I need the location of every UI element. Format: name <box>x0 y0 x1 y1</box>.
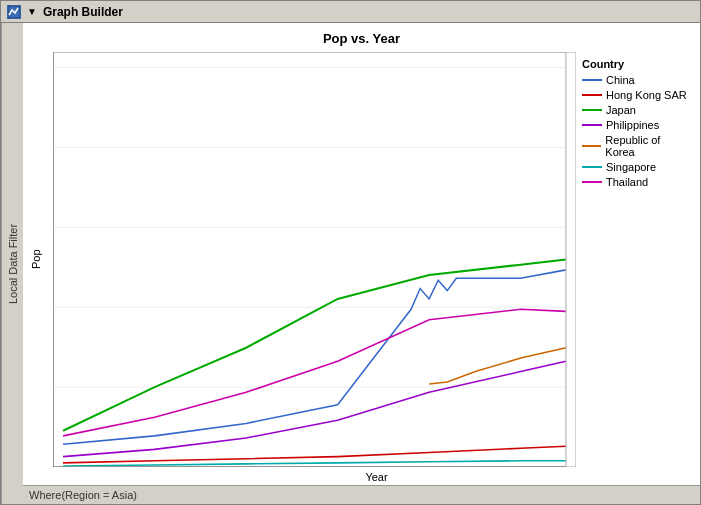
legend-item-philippines: Philippines <box>582 119 690 131</box>
legend-label-hongkong: Hong Kong SAR <box>606 89 687 101</box>
legend-item-korea: Republic of Korea <box>582 134 690 158</box>
legend-label-philippines: Philippines <box>606 119 659 131</box>
legend-label-singapore: Singapore <box>606 161 656 173</box>
y-axis-label: Pop <box>23 52 53 467</box>
chart-title: Pop vs. Year <box>23 23 700 48</box>
legend-item-singapore: Singapore <box>582 161 690 173</box>
content-area: Local Data Filter Pop vs. Year Pop <box>1 23 700 504</box>
legend-item-thailand: Thailand <box>582 176 690 188</box>
japan-line-icon <box>582 109 602 111</box>
titlebar-arrow: ▼ <box>27 6 37 17</box>
local-data-filter-tab[interactable]: Local Data Filter <box>1 23 23 504</box>
titlebar: ▼ Graph Builder <box>1 1 700 23</box>
legend-label-korea: Republic of Korea <box>605 134 690 158</box>
legend-label-japan: Japan <box>606 104 636 116</box>
main-panel: Pop vs. Year Pop <box>23 23 700 504</box>
window-icon <box>7 5 21 19</box>
philippines-line-icon <box>582 124 602 126</box>
legend-label-china: China <box>606 74 635 86</box>
legend-title: Country <box>582 58 690 70</box>
chart-and-legend: 0 50000000 100000000 150000000 200000000… <box>53 52 696 467</box>
chart-area: Pop <box>23 48 700 471</box>
legend: Country China Hong Kong SAR Japan <box>576 52 696 467</box>
legend-item-china: China <box>582 74 690 86</box>
titlebar-title: Graph Builder <box>43 5 123 19</box>
singapore-line-icon <box>582 166 602 168</box>
korea-line-icon <box>582 145 601 147</box>
main-window: ▼ Graph Builder Local Data Filter Pop vs… <box>0 0 701 505</box>
chart-container: 0 50000000 100000000 150000000 200000000… <box>53 52 576 467</box>
x-axis-label: Year <box>53 471 700 485</box>
hongkong-line-icon <box>582 94 602 96</box>
svg-rect-1 <box>53 52 576 467</box>
legend-item-japan: Japan <box>582 104 690 116</box>
china-line-icon <box>582 79 602 81</box>
chart-svg: 0 50000000 100000000 150000000 200000000… <box>53 52 576 467</box>
legend-item-hongkong: Hong Kong SAR <box>582 89 690 101</box>
status-bar: Where(Region = Asia) <box>23 485 700 504</box>
thailand-line-icon <box>582 181 602 183</box>
legend-label-thailand: Thailand <box>606 176 648 188</box>
